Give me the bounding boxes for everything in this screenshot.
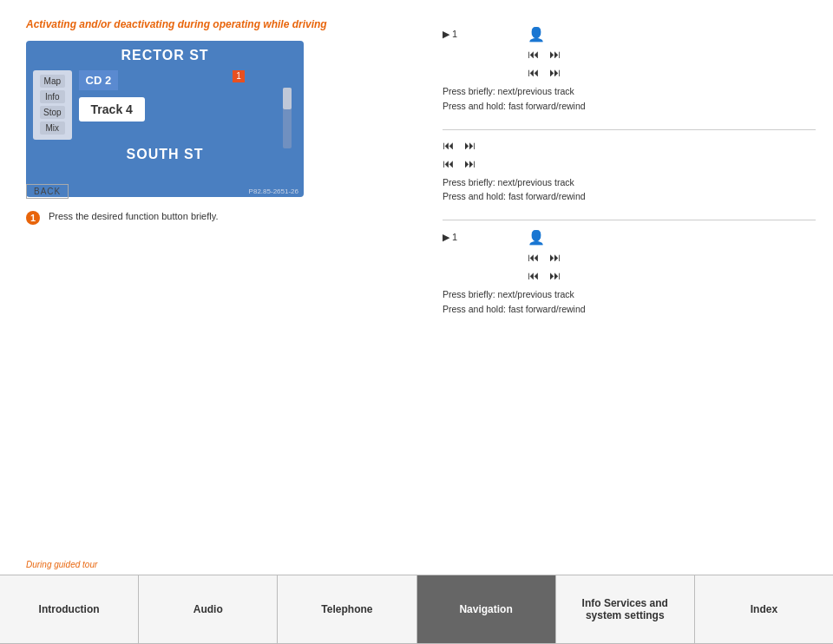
step-1: 1 Press the desired function button brie… bbox=[26, 209, 399, 225]
tab-index[interactable]: Index bbox=[695, 575, 833, 643]
prev-button-2[interactable]: ⏮ bbox=[528, 66, 539, 79]
next-button-4[interactable]: ⏭ bbox=[464, 157, 476, 170]
tab-introduction[interactable]: Introduction bbox=[0, 575, 139, 643]
controls-section-2: ⏮ ⏭ ⏮ ⏭ Press briefly: next/previous tra… bbox=[443, 139, 816, 205]
ctrl-pair-6: ⏮ ⏭ bbox=[528, 269, 561, 282]
controls-row-5: ⏮ ⏭ bbox=[443, 157, 816, 170]
next-button-3[interactable]: ⏭ bbox=[464, 139, 476, 152]
back-button-area[interactable]: BACK bbox=[26, 184, 69, 199]
track-label: Track 4 bbox=[79, 97, 145, 122]
tab-info-services[interactable]: Info Services and system settings bbox=[556, 575, 695, 643]
divider-1 bbox=[443, 129, 816, 130]
screen-cd-area: CD 2 1 Track 4 bbox=[79, 70, 297, 140]
step-text: Press the desired function button briefl… bbox=[49, 209, 218, 224]
next-button-6[interactable]: ⏭ bbox=[549, 269, 561, 282]
cd-label: CD 2 bbox=[79, 70, 119, 90]
section1-desc1: Press briefly: next/previous track Press… bbox=[443, 84, 816, 114]
controls-row-1: ▶ 1 👤 bbox=[443, 26, 816, 43]
screen-scrollbar bbox=[283, 88, 292, 148]
row3-label: ▶ 1 bbox=[443, 232, 521, 243]
menu-mix: Mix bbox=[40, 122, 65, 135]
ctrl-pair-5: ⏮ ⏭ bbox=[528, 251, 561, 264]
section3-desc: Press briefly: next/previous track Press… bbox=[443, 287, 816, 317]
ctrl-pair-3: ⏮ ⏭ bbox=[443, 139, 476, 152]
section2-desc: Press briefly: next/previous track Press… bbox=[443, 175, 816, 205]
screen-badge: 1 bbox=[233, 70, 245, 82]
person-icon-1: 👤 bbox=[528, 26, 545, 43]
menu-info: Info bbox=[40, 90, 65, 103]
person-icon-2: 👤 bbox=[528, 229, 545, 246]
right-column: ▶ 1 👤 ⏮ ⏭ ⏮ ⏭ Press briefly: next/previo… bbox=[425, 0, 833, 575]
section-heading: Activating and/or deactivating during op… bbox=[26, 17, 399, 32]
street-top-label: RECTOR ST bbox=[26, 41, 304, 67]
ctrl-pair-2: ⏮ ⏭ bbox=[528, 66, 561, 79]
car-screen: RECTOR ST Map Info Stop Mix CD 2 1 Track… bbox=[26, 41, 304, 197]
controls-row-2: ⏮ ⏭ bbox=[443, 48, 816, 61]
next-button-5[interactable]: ⏭ bbox=[549, 251, 561, 264]
prev-button-3[interactable]: ⏮ bbox=[443, 139, 454, 152]
controls-row-3: ⏮ ⏭ bbox=[443, 66, 816, 79]
screen-pid: P82.85-2651-26 bbox=[249, 187, 298, 195]
divider-2 bbox=[443, 220, 816, 220]
controls-section-1: ▶ 1 👤 ⏮ ⏭ ⏮ ⏭ Press briefly: next/previo… bbox=[443, 26, 816, 114]
next-button-1[interactable]: ⏭ bbox=[549, 48, 561, 61]
tab-navigation[interactable]: Navigation bbox=[417, 575, 556, 643]
ctrl-pair-4: ⏮ ⏭ bbox=[443, 157, 476, 170]
controls-section-3: ▶ 1 👤 ⏮ ⏭ ⏮ ⏭ Press briefly: next/previo… bbox=[443, 229, 816, 317]
step-number: 1 bbox=[26, 211, 40, 225]
prev-button-5[interactable]: ⏮ bbox=[528, 251, 539, 264]
prev-button-6[interactable]: ⏮ bbox=[528, 269, 539, 282]
screen-menu: Map Info Stop Mix bbox=[33, 70, 72, 140]
back-button[interactable]: BACK bbox=[26, 184, 69, 199]
next-button-2[interactable]: ⏭ bbox=[549, 66, 561, 79]
prev-button-4[interactable]: ⏮ bbox=[443, 157, 454, 170]
row1-label: ▶ 1 bbox=[443, 29, 521, 40]
scrollbar-thumb bbox=[283, 88, 292, 109]
street-bottom-label: SOUTH ST bbox=[26, 143, 304, 168]
controls-row-7: ⏮ ⏭ bbox=[443, 251, 816, 264]
left-column: Activating and/or deactivating during op… bbox=[0, 0, 425, 242]
tab-audio[interactable]: Audio bbox=[139, 575, 278, 643]
controls-row-4: ⏮ ⏭ bbox=[443, 139, 816, 152]
menu-map: Map bbox=[40, 75, 65, 88]
ctrl-pair-1: ⏮ ⏭ bbox=[528, 48, 561, 61]
menu-stop: Stop bbox=[40, 106, 65, 119]
screen-main-area: Map Info Stop Mix CD 2 1 Track 4 bbox=[26, 67, 304, 143]
controls-row-6: ▶ 1 👤 bbox=[443, 229, 816, 246]
controls-row-8: ⏮ ⏭ bbox=[443, 269, 816, 282]
page-guide: During guided tour bbox=[26, 560, 97, 569]
tab-telephone[interactable]: Telephone bbox=[278, 575, 416, 643]
nav-bar: Introduction Audio Telephone Navigation … bbox=[0, 575, 833, 644]
prev-button-1[interactable]: ⏮ bbox=[528, 48, 539, 61]
